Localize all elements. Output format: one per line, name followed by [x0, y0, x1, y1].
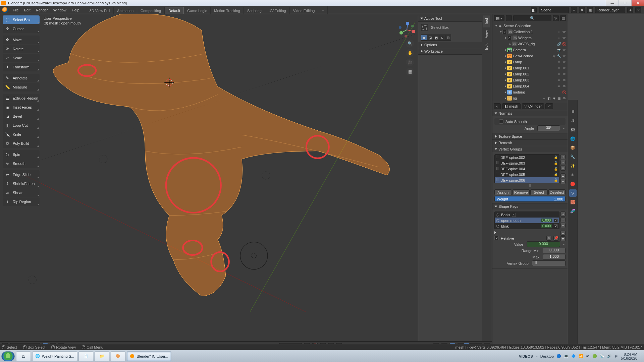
3d-viewport[interactable]: User Perspective (0) mesh : open mouth [0, 14, 492, 350]
tray-icon[interactable]: 📡 [600, 354, 604, 358]
outliner-row[interactable]: ▾☀Lamp☀👁 [492, 59, 568, 65]
tool-polybuild[interactable]: ⯐Poly Build [3, 139, 40, 148]
outliner-eye-icon[interactable]: 👁 [562, 66, 566, 70]
outliner-row[interactable]: ▾▭Widgets•👁 [492, 35, 568, 41]
tray-volume-icon[interactable]: 🔊 [607, 354, 612, 358]
tray-clock[interactable]: 8:24 AM 5/16/2020 [621, 352, 637, 360]
vg-remove-button[interactable]: Remove [513, 189, 530, 195]
vertex-group-lock-icon[interactable]: 🔓 [554, 161, 558, 165]
shapekey-pin-button[interactable]: 📌 [553, 236, 558, 241]
outliner-row[interactable]: ▾◈Scene Collection [492, 23, 568, 29]
vertex-group-remove-button[interactable]: － [560, 160, 566, 165]
panel-header-workspace[interactable]: Workspace [418, 48, 482, 55]
properties-tab-2[interactable]: 🖼 [569, 126, 577, 133]
tray-icon[interactable]: 🔵 [556, 354, 561, 358]
vertex-group-add-button[interactable]: ＋ [560, 154, 566, 159]
taskbar-item-blender[interactable]: 🟠Blender* [C:\User... [127, 351, 171, 361]
tool-select-box[interactable]: ⬚Select Box [3, 15, 40, 24]
outliner-cam-icon[interactable]: 📷 [557, 48, 561, 52]
shape-key-mute-checkbox[interactable] [512, 213, 516, 217]
tray-icon[interactable]: 🔷 [571, 354, 576, 358]
outliner-eye-icon[interactable]: 👁 [562, 72, 566, 76]
outliner-lamp-icon[interactable]: ☀ [557, 84, 561, 88]
tray-action-center-icon[interactable]: 🏳 [614, 354, 618, 358]
tool-rip[interactable]: ⌇Rip Region [3, 197, 40, 206]
tool-knife[interactable]: 🔪Knife [3, 130, 40, 139]
shape-key-list[interactable]: ◌Basis◌open mouth0.000◌blink0.000 [494, 212, 559, 229]
outliner-row[interactable]: ▾☀Lamp.004☀👁 [492, 83, 568, 89]
outliner-mod-icon[interactable]: 🔧 [557, 54, 561, 58]
properties-tab-0[interactable]: 🖥 [569, 108, 577, 115]
vertex-group-list[interactable]: ⠿DEF-spine.002🔓⠿DEF-spine.003🔓⠿DEF-spine… [494, 154, 559, 183]
workspace-tab-3d-view-full[interactable]: 3D View Full [86, 7, 114, 14]
workspace-tab-video-editing[interactable]: Video Editing [290, 7, 319, 14]
shapekey-vertexgroup-field[interactable]: ⠿ [532, 260, 566, 266]
vertex-group-lock-icon[interactable]: 🔓 [554, 167, 558, 171]
tool-shear[interactable]: ▱Shear [3, 188, 40, 197]
workspace-add-button[interactable]: ＋ [318, 6, 328, 14]
vertex-group-move-down-button[interactable]: ▼ [560, 179, 566, 184]
shape-key-move-down-button[interactable]: ▼ [560, 236, 566, 241]
breadcrumb-data[interactable]: ▽ Cylinder [522, 103, 544, 109]
menu-file[interactable]: File [10, 6, 21, 14]
auto-smooth-checkbox[interactable] [499, 119, 503, 124]
tool-cursor[interactable]: ✛Cursor [3, 24, 40, 33]
tool-spin[interactable]: ⭮Spin [3, 150, 40, 159]
tool-extrude[interactable]: ⬓Extrude Region [3, 94, 40, 103]
vertex-group-item[interactable]: ⠿DEF-spine.003🔓 [495, 160, 559, 166]
shape-key-item[interactable]: ◌open mouth0.000 [495, 218, 559, 223]
shapekey-rangemin-field[interactable]: 0.000 [543, 248, 566, 253]
taskbar-item-paint[interactable]: 🎨 [111, 351, 125, 361]
vg-weight-slider[interactable]: Weight 1.000 [494, 196, 566, 202]
camera-view-button[interactable]: 🎥 [406, 58, 414, 66]
vertex-group-lock-icon[interactable]: 🔓 [554, 173, 558, 176]
shape-key-item[interactable]: ◌blink0.000 [495, 223, 559, 229]
outliner-eye-icon[interactable]: 👁 [562, 78, 566, 82]
workspace-tab-uv-editing[interactable]: UV Editing [265, 7, 290, 14]
vg-assign-button[interactable]: Assign [494, 189, 512, 195]
properties-tab-1[interactable]: 🖨 [569, 117, 577, 124]
vertex-group-item[interactable]: ⠿DEF-spine.006🔓 [495, 177, 559, 183]
shape-key-mute-checkbox[interactable] [554, 219, 558, 223]
menu-render[interactable]: Render [33, 6, 51, 14]
outliner-lamp-icon[interactable]: ☀ [557, 66, 561, 70]
menu-edit[interactable]: Edit [21, 6, 33, 14]
taskbar-item-chrome[interactable]: 🌐Weight Painting S... [32, 351, 77, 361]
outliner-new-collection[interactable]: ▥ [560, 15, 566, 21]
properties-tab-10[interactable]: 🧱 [569, 198, 577, 206]
show-desktop-button[interactable] [640, 351, 643, 361]
scene-icon[interactable]: ◧ [531, 7, 537, 13]
panel-header-shape-keys[interactable]: Shape Keys [492, 203, 568, 209]
outliner-check-icon[interactable]: • [557, 30, 561, 34]
outliner-eye-icon[interactable]: 👁 [562, 84, 566, 88]
relative-checkbox[interactable] [494, 236, 499, 240]
perspective-toggle-button[interactable]: ▦ [406, 68, 414, 76]
properties-tab-7[interactable]: ⚛ [569, 171, 577, 179]
scene-selector[interactable]: Scene [539, 7, 569, 13]
outliner-eye-icon[interactable]: 👁 [562, 30, 566, 34]
outliner-tri-icon[interactable]: ▽ [552, 54, 556, 58]
scene-new-button[interactable]: ＋ [571, 7, 577, 13]
vg-deselect-button[interactable]: Deselect [548, 189, 566, 195]
tool-measure[interactable]: 📏Measure [3, 83, 40, 92]
tool-shrinkfatten[interactable]: ⇕Shrink/Fatten [3, 179, 40, 188]
shapekey-value-field[interactable]: 0.000 [527, 241, 560, 247]
npanel-tab-edit[interactable]: Edit [483, 41, 490, 53]
nav-gizmo[interactable] [398, 21, 415, 38]
outliner-eye-icon[interactable]: 👁 [562, 54, 566, 58]
vertex-group-move-up-button[interactable]: ▲ [560, 173, 566, 178]
properties-tab-9[interactable]: ▽ [569, 189, 577, 197]
selmode-set[interactable]: ◼ [421, 35, 427, 41]
properties-tab-6[interactable]: ✨ [569, 162, 577, 170]
menu-window[interactable]: Window [51, 6, 69, 14]
tray-icon[interactable]: 👁 [586, 354, 590, 358]
outliner-chain-icon[interactable]: 🔗 [557, 42, 561, 46]
taskbar-item-explorer[interactable]: 🗂 [16, 351, 31, 361]
outliner-lamp-icon[interactable]: ☀ [557, 72, 561, 76]
shapekey-value-keyframe[interactable]: • [562, 242, 566, 246]
shapekey-max-field[interactable]: 1.000 [543, 254, 566, 260]
vertex-group-item[interactable]: ⠿DEF-spine.002🔓 [495, 155, 559, 160]
renderlayer-icon[interactable]: ▦ [587, 7, 593, 13]
outliner-row[interactable]: ▾▽Geo-Cornea▽🔧👁 [492, 53, 568, 59]
properties-pin[interactable]: ⟐ [494, 103, 501, 109]
